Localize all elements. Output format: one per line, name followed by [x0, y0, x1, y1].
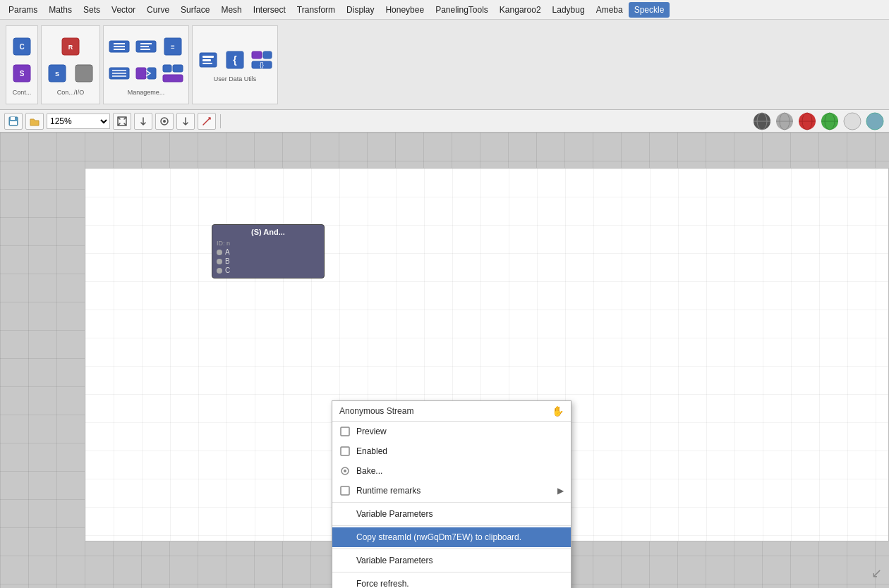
menu-params[interactable]: Params: [3, 2, 43, 18]
toolbar-right: [752, 111, 885, 131]
svg-rect-34: [252, 51, 262, 59]
sphere-green-btn[interactable]: [820, 111, 840, 131]
var-params-1-icon: [339, 508, 351, 520]
bake-icon: [339, 465, 351, 477]
svg-text:≡: ≡: [171, 43, 175, 51]
menu-sets[interactable]: Sets: [78, 2, 106, 18]
fit-view-button[interactable]: [113, 113, 131, 130]
sphere-dark-btn[interactable]: [752, 111, 772, 131]
menu-honeybee[interactable]: Honeybee: [380, 2, 430, 18]
canvas-toolbar: 50%75%100%125%150%200%: [0, 110, 889, 133]
mgmt-btn2[interactable]: [133, 34, 159, 59]
svg-text:S: S: [20, 70, 25, 78]
menu-item-copy-streamid[interactable]: Copy streamId (nwGqDm7EW) to clipboard.: [332, 527, 571, 547]
fit-arrow-button[interactable]: [134, 113, 152, 130]
mgmt-btn1[interactable]: [107, 34, 132, 59]
sep1: [332, 502, 571, 503]
svg-rect-61: [341, 447, 349, 455]
menu-item-variable-params-1[interactable]: Variable Parameters: [332, 504, 571, 524]
mgmt-btn4[interactable]: [107, 61, 132, 86]
menu-surface[interactable]: Surface: [175, 2, 215, 18]
node-title: (S) And...: [217, 228, 320, 236]
svg-text:S: S: [55, 71, 59, 78]
menu-display[interactable]: Display: [341, 2, 380, 18]
menu-item-variable-params-2[interactable]: Variable Parameters: [332, 551, 571, 570]
menu-mesh[interactable]: Mesh: [215, 2, 247, 18]
sphere-halftone-btn[interactable]: [842, 111, 862, 131]
menu-curve[interactable]: Curve: [141, 2, 175, 18]
refresh-icon: [339, 578, 351, 588]
menu-kangaroo2[interactable]: Kangaroo2: [494, 2, 547, 18]
component-node: (S) And... ID: n A B C: [212, 224, 325, 278]
context-menu-title-input[interactable]: [339, 406, 546, 416]
menu-item-force-refresh[interactable]: Force refresh.: [332, 574, 571, 588]
sep2: [332, 525, 571, 526]
port-b: [217, 259, 222, 264]
port-a: [217, 250, 222, 255]
svg-rect-39: [11, 117, 15, 120]
group2-label: Con.../I/O: [57, 89, 85, 96]
ud-btn2[interactable]: {: [222, 47, 248, 73]
svg-rect-24: [147, 68, 156, 79]
preview-arrow-button[interactable]: [176, 113, 195, 130]
group3-label: Manageme...: [128, 89, 165, 96]
svg-rect-35: [263, 51, 272, 59]
canvas-area: (S) And... ID: n A B C ✋ Pr: [0, 133, 889, 588]
svg-point-63: [344, 470, 346, 472]
mgmt-btn5[interactable]: [133, 61, 159, 86]
ud-btn3[interactable]: {}: [249, 47, 274, 73]
mgmt-btn3[interactable]: ≡: [160, 34, 186, 59]
toolbar-group-management: ≡: [103, 25, 189, 104]
port-c: [217, 268, 222, 274]
menu-item-enabled[interactable]: Enabled: [332, 441, 571, 461]
svg-text:{: {: [233, 54, 237, 66]
svg-point-43: [163, 120, 166, 123]
ud-btn1[interactable]: [195, 47, 221, 73]
open-button[interactable]: [25, 113, 44, 130]
menu-panelingtools[interactable]: PanelingTools: [430, 2, 494, 18]
sphere-red-btn[interactable]: [797, 111, 817, 131]
io-extra-btn[interactable]: [71, 61, 97, 86]
menu-speckle[interactable]: Speckle: [629, 2, 670, 18]
menu-item-bake[interactable]: Bake...: [332, 461, 571, 481]
menu-vector[interactable]: Vector: [106, 2, 141, 18]
copy-icon: [339, 532, 351, 543]
save-button[interactable]: [4, 113, 23, 130]
svg-rect-31: [202, 63, 212, 64]
sphere-extra-btn[interactable]: [865, 111, 885, 131]
var-params-2-icon: [339, 555, 351, 566]
menu-maths[interactable]: Maths: [43, 2, 78, 18]
toolbar-sep: [220, 114, 221, 128]
menu-item-preview[interactable]: Preview: [332, 422, 571, 441]
zoom-select[interactable]: 50%75%100%125%150%200%: [47, 114, 110, 129]
menu-ladybug[interactable]: Ladybug: [547, 2, 591, 18]
group1-label: Cont...: [13, 89, 32, 96]
sep3: [332, 549, 571, 549]
preview-button[interactable]: [155, 113, 174, 130]
svg-rect-26: [173, 65, 183, 72]
svg-rect-27: [163, 75, 183, 82]
mgmt-btn6[interactable]: [160, 61, 186, 86]
io-r-btn[interactable]: R: [58, 34, 83, 59]
menu-bar: Params Maths Sets Vector Curve Surface M…: [0, 0, 889, 20]
context-menu: ✋ Preview Enabled: [332, 400, 572, 588]
svg-text:C: C: [19, 43, 24, 51]
svg-rect-25: [163, 65, 171, 72]
context-menu-header: ✋: [332, 401, 571, 422]
sep4: [332, 572, 571, 572]
menu-item-runtime-remarks[interactable]: Runtime remarks ▶: [332, 481, 571, 501]
cont-top-btn[interactable]: C: [9, 34, 35, 59]
menu-ameba[interactable]: Ameba: [591, 2, 629, 18]
preview-icon: [339, 426, 351, 437]
menu-transform[interactable]: Transform: [291, 2, 341, 18]
svg-rect-29: [202, 56, 214, 58]
toolbar-icons: C S Cont... R S: [0, 20, 889, 110]
watermark-icon: ↙: [871, 565, 882, 581]
runtime-remarks-arrow: ▶: [557, 486, 564, 496]
draw-button[interactable]: [198, 113, 216, 130]
svg-rect-40: [10, 121, 17, 125]
sphere-gray-btn[interactable]: [775, 111, 794, 131]
io-speckle-btn[interactable]: S: [44, 61, 70, 86]
cont-bottom-btn[interactable]: S: [9, 61, 35, 86]
menu-intersect[interactable]: Intersect: [248, 2, 291, 18]
